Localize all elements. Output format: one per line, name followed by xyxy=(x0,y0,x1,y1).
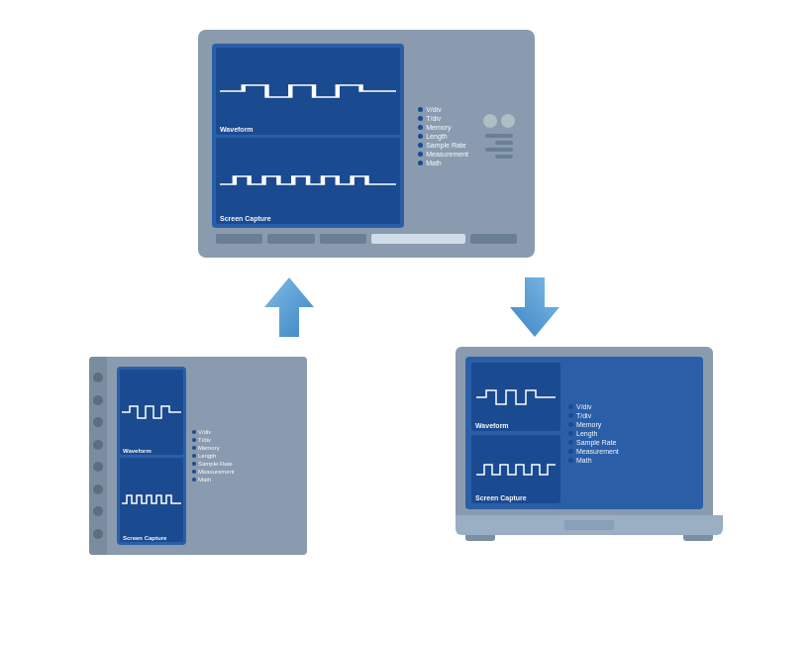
osc-waveform-label: Waveform xyxy=(220,126,254,133)
spiral-hole xyxy=(93,485,103,494)
lp-params: V/div T/div Memory Length xyxy=(568,363,619,503)
nb-param-vdiv: V/div xyxy=(192,429,235,435)
nb-param-samplerate: Sample Rate xyxy=(192,461,235,467)
laptop-base xyxy=(456,515,723,535)
nb-param-length: Length xyxy=(192,453,235,459)
nb-screen-capture-label: Screen Capture xyxy=(123,535,166,541)
arrow-left xyxy=(250,268,309,327)
osc-dashes xyxy=(485,134,513,159)
param-dot xyxy=(418,134,423,139)
param-dot xyxy=(418,107,423,112)
osc-param-memory: Memory xyxy=(418,124,468,131)
nb-param-tdiv: T/div xyxy=(192,437,235,443)
osc-param-length: Length xyxy=(418,133,468,140)
lp-param-memory: Memory xyxy=(568,421,619,428)
osc-btn xyxy=(470,234,517,244)
lp-screen-capture-block: Screen Capture xyxy=(471,435,560,503)
laptop-screen-container: Waveform Screen Capture V/div xyxy=(456,347,713,515)
arrow-right xyxy=(495,268,555,327)
spiral-hole xyxy=(93,440,103,450)
spiral-hole xyxy=(93,395,103,405)
lp-param-tdiv: T/div xyxy=(568,412,619,419)
svg-marker-0 xyxy=(264,277,314,337)
param-dot xyxy=(418,152,423,157)
osc-waveform-block: Waveform xyxy=(216,48,400,135)
osc-screen-capture-label: Screen Capture xyxy=(220,215,271,222)
lp-param-math: Math xyxy=(568,457,619,464)
notebook-spiral xyxy=(89,357,107,555)
osc-dash xyxy=(495,141,513,145)
nb-params: V/div T/div Memory Length Sample Rate xyxy=(192,367,235,545)
param-dot xyxy=(418,143,423,148)
spiral-hole xyxy=(93,417,103,427)
param-dot xyxy=(192,438,196,442)
osc-param-vdiv: V/div xyxy=(418,106,468,113)
nb-waveform-block: Waveform xyxy=(120,370,183,455)
osc-screen: Waveform Screen Capture xyxy=(212,44,404,228)
param-dot xyxy=(418,125,423,130)
spiral-hole xyxy=(93,462,103,472)
notebook: Waveform Screen Capture V/div T/div xyxy=(89,357,307,555)
osc-dash xyxy=(485,148,513,152)
osc-btn-white xyxy=(371,234,465,244)
lp-left: Waveform Screen Capture xyxy=(471,363,560,503)
laptop-foot-right xyxy=(683,535,713,541)
param-dot xyxy=(418,116,423,121)
param-dot xyxy=(192,454,196,458)
nb-param-memory: Memory xyxy=(192,445,235,451)
osc-param-measurement: Measurement xyxy=(418,151,468,158)
scene: Waveform Screen Capture V/div xyxy=(0,0,812,649)
param-dot xyxy=(568,404,573,409)
spiral-hole xyxy=(93,506,103,516)
nb-screen-capture-block: Screen Capture xyxy=(120,458,183,543)
osc-circle xyxy=(483,114,497,128)
param-dot xyxy=(192,478,196,482)
osc-btn xyxy=(267,234,314,244)
lp-param-length: Length xyxy=(568,430,619,437)
laptop-screen: Waveform Screen Capture V/div xyxy=(465,357,703,509)
osc-btn xyxy=(320,234,366,244)
laptop: Waveform Screen Capture V/div xyxy=(456,347,723,565)
oscilloscope: Waveform Screen Capture V/div xyxy=(198,30,535,258)
spiral-hole xyxy=(93,373,103,382)
param-dot xyxy=(192,470,196,474)
param-dot xyxy=(568,413,573,418)
laptop-foot-left xyxy=(465,535,495,541)
param-dot xyxy=(192,430,196,434)
osc-circle xyxy=(501,114,515,128)
osc-dash xyxy=(485,134,513,138)
osc-circles xyxy=(483,114,515,128)
param-dot xyxy=(568,440,573,445)
nb-param-measurement: Measurement xyxy=(192,469,235,475)
spiral-hole xyxy=(93,529,103,539)
osc-params: V/div T/div Memory Length Sample Rate xyxy=(412,44,468,228)
notebook-content: Waveform Screen Capture V/div T/div xyxy=(107,357,307,555)
nb-screen: Waveform Screen Capture xyxy=(117,367,186,545)
lp-param-vdiv: V/div xyxy=(568,403,619,410)
param-dot xyxy=(568,431,573,436)
osc-param-samplerate: Sample Rate xyxy=(418,142,468,149)
lp-waveform-label: Waveform xyxy=(475,422,509,429)
nb-param-math: Math xyxy=(192,477,235,483)
osc-dash xyxy=(495,155,513,159)
osc-bottom-buttons xyxy=(212,234,521,244)
lp-param-measurement: Measurement xyxy=(568,448,619,455)
laptop-feet xyxy=(456,535,723,545)
osc-param-math: Math xyxy=(418,160,468,166)
param-dot xyxy=(568,449,573,454)
osc-right-panel xyxy=(476,44,521,228)
osc-screen-capture-block: Screen Capture xyxy=(216,138,400,225)
param-dot xyxy=(568,422,573,427)
param-dot xyxy=(192,462,196,466)
osc-btn xyxy=(216,234,262,244)
svg-marker-1 xyxy=(510,277,559,337)
lp-param-samplerate: Sample Rate xyxy=(568,439,619,446)
lp-screen-capture-label: Screen Capture xyxy=(475,494,527,501)
param-dot xyxy=(568,458,573,463)
nb-waveform-label: Waveform xyxy=(123,448,152,454)
lp-waveform-block: Waveform xyxy=(471,363,560,431)
osc-param-tdiv: T/div xyxy=(418,115,468,122)
param-dot xyxy=(192,446,196,450)
laptop-trackpad xyxy=(564,520,614,530)
param-dot xyxy=(418,161,423,165)
